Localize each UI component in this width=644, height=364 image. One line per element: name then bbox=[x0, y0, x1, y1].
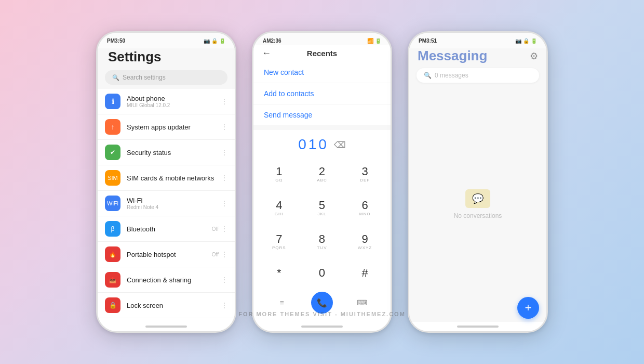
wifi-label: Wi-Fi bbox=[127, 197, 214, 204]
settings-gear-icon[interactable]: ⚙ bbox=[530, 50, 538, 62]
bluetooth-menu: ⋮ bbox=[221, 225, 227, 233]
connection-label: Connection & sharing bbox=[127, 276, 214, 284]
hotspot-status: Off bbox=[212, 252, 219, 257]
settings-search-placeholder: Search settings bbox=[123, 74, 166, 81]
messaging-title: Messaging bbox=[418, 48, 487, 64]
dialer-display: 010 ⌫ bbox=[253, 130, 391, 157]
connection-icon: 📤 bbox=[105, 272, 120, 288]
wifi-sub: Redmi Note 4 bbox=[127, 204, 214, 210]
hotspot-label: Portable hotspot bbox=[127, 251, 206, 258]
settings-home-indicator bbox=[98, 322, 235, 331]
search-icon: 🔍 bbox=[112, 74, 119, 81]
key-hash[interactable]: # bbox=[343, 259, 386, 288]
recent-item-add-contacts[interactable]: Add to contacts bbox=[253, 83, 391, 105]
security-label: Security status bbox=[127, 149, 214, 157]
settings-list: ℹ About phone MIUI Global 12.0.2 ⋮ ↑ Sys… bbox=[98, 89, 235, 322]
bluetooth-label: Bluetooth bbox=[127, 225, 206, 233]
dialer-status-bar: AM2:36 📶 🔋 bbox=[253, 33, 391, 45]
settings-status-icons: 📷 🔒 🔋 bbox=[204, 38, 225, 44]
back-button[interactable]: ← bbox=[262, 48, 271, 59]
key-4[interactable]: 4GHI bbox=[258, 191, 301, 225]
backspace-button[interactable]: ⌫ bbox=[334, 140, 346, 150]
connection-menu: ⋮ bbox=[221, 276, 227, 284]
keypad-button[interactable]: ⌨ bbox=[351, 292, 373, 314]
key-0[interactable]: 0 bbox=[301, 259, 344, 288]
recent-item-send-message[interactable]: Send message bbox=[253, 105, 391, 126]
dialer-content: ← Recents New contact Add to contacts Se… bbox=[253, 45, 391, 322]
dialer-header: ← Recents bbox=[253, 45, 391, 62]
recent-item-new-contact[interactable]: New contact bbox=[253, 62, 391, 83]
settings-time: PM3:50 bbox=[107, 38, 125, 44]
settings-item-system-apps[interactable]: ↑ System apps updater ⋮ bbox=[98, 114, 235, 140]
about-phone-icon: ℹ bbox=[105, 94, 120, 109]
recents-list: New contact Add to contacts Send message bbox=[253, 62, 391, 126]
key-5[interactable]: 5JKL bbox=[301, 191, 344, 225]
key-8[interactable]: 8TUV bbox=[301, 225, 344, 259]
messaging-home-bar bbox=[457, 326, 499, 328]
bluetooth-icon: β bbox=[105, 221, 120, 237]
dialer-time: AM2:36 bbox=[263, 38, 281, 44]
settings-item-display[interactable]: ☀ Display ⋮ bbox=[98, 318, 235, 322]
settings-title: Settings bbox=[98, 45, 235, 68]
settings-phone: PM3:50 📷 🔒 🔋 Settings 🔍 Search settings … bbox=[96, 31, 236, 333]
system-apps-label: System apps updater bbox=[127, 123, 214, 131]
keypad: 1GΩ 2ABC 3DEF 4GHI 5JKL 6MNO 7PQRS 8TUV … bbox=[253, 157, 391, 288]
messaging-empty-icon: 💬 bbox=[465, 189, 490, 208]
messaging-search-placeholder: 0 messages bbox=[435, 72, 468, 79]
dialer-phone: AM2:36 📶 🔋 ← Recents New contact Add to … bbox=[252, 31, 392, 333]
dialer-status-icons: 📶 🔋 bbox=[367, 38, 381, 44]
wifi-menu: ⋮ bbox=[221, 199, 227, 207]
security-icon: ✔ bbox=[105, 145, 120, 160]
messaging-empty-text: No conversations bbox=[454, 212, 502, 219]
settings-item-sim[interactable]: SIM SIM cards & mobile networks ⋮ bbox=[98, 165, 235, 191]
key-7[interactable]: 7PQRS bbox=[258, 225, 301, 259]
key-2[interactable]: 2ABC bbox=[301, 157, 344, 191]
menu-button[interactable]: ≡ bbox=[271, 292, 293, 314]
dialer-number: 010 bbox=[298, 136, 329, 153]
hotspot-menu: ⋮ bbox=[221, 250, 227, 258]
dialer-actions: ≡ 📞 ⌨ bbox=[253, 288, 391, 322]
messaging-search-icon: 🔍 bbox=[424, 72, 432, 79]
messaging-content: Messaging ⚙ 🔍 0 messages 💬 No conversati… bbox=[409, 45, 546, 322]
settings-item-security[interactable]: ✔ Security status ⋮ bbox=[98, 140, 235, 165]
settings-item-connection-sharing[interactable]: 📤 Connection & sharing ⋮ bbox=[98, 267, 235, 293]
key-1[interactable]: 1GΩ bbox=[258, 157, 301, 191]
bluetooth-status: Off bbox=[212, 226, 219, 232]
call-button[interactable]: 📞 bbox=[311, 292, 333, 314]
settings-item-bluetooth[interactable]: β Bluetooth Off ⋮ bbox=[98, 216, 235, 242]
messaging-header: Messaging ⚙ bbox=[409, 45, 546, 66]
lock-label: Lock screen bbox=[127, 302, 214, 309]
settings-item-about-phone[interactable]: ℹ About phone MIUI Global 12.0.2 ⋮ bbox=[98, 89, 235, 114]
sim-icon: SIM bbox=[105, 170, 120, 186]
about-phone-right: ⋮ bbox=[221, 97, 227, 106]
messaging-status-bar: PM3:51 📷 🔒 🔋 bbox=[409, 33, 546, 45]
key-star[interactable]: * bbox=[258, 259, 301, 288]
settings-item-wifi[interactable]: WiFi Wi-Fi Redmi Note 4 ⋮ bbox=[98, 191, 235, 216]
settings-item-lock-screen[interactable]: 🔒 Lock screen ⋮ bbox=[98, 293, 235, 318]
home-bar bbox=[145, 326, 187, 328]
dialer-title: Recents bbox=[307, 49, 337, 58]
messaging-time: PM3:51 bbox=[419, 38, 437, 44]
system-apps-icon: ↑ bbox=[105, 119, 120, 135]
lock-menu: ⋮ bbox=[221, 301, 227, 309]
system-apps-menu: ⋮ bbox=[221, 123, 227, 131]
wifi-icon: WiFi bbox=[105, 196, 120, 211]
dialer-home-bar bbox=[301, 326, 343, 328]
sim-label: SIM cards & mobile networks bbox=[127, 174, 214, 182]
hotspot-icon: 🔥 bbox=[105, 246, 120, 262]
security-menu: ⋮ bbox=[221, 148, 227, 157]
new-message-fab[interactable]: + bbox=[517, 297, 539, 319]
messaging-phone: PM3:51 📷 🔒 🔋 Messaging ⚙ 🔍 0 messages 💬 … bbox=[408, 31, 548, 333]
dialer-pad-area: 010 ⌫ 1GΩ 2ABC 3DEF 4GHI 5JKL 6MNO 7PQRS… bbox=[253, 130, 391, 322]
key-9[interactable]: 9WXYZ bbox=[343, 225, 386, 259]
settings-item-hotspot[interactable]: 🔥 Portable hotspot Off ⋮ bbox=[98, 242, 235, 267]
messaging-home-indicator bbox=[409, 322, 546, 331]
messaging-status-icons: 📷 🔒 🔋 bbox=[515, 38, 537, 44]
settings-search-bar[interactable]: 🔍 Search settings bbox=[105, 70, 227, 85]
about-phone-sub: MIUI Global 12.0.2 bbox=[127, 102, 214, 108]
key-6[interactable]: 6MNO bbox=[343, 191, 386, 225]
sim-menu: ⋮ bbox=[221, 174, 227, 182]
messaging-search-bar[interactable]: 🔍 0 messages bbox=[417, 68, 539, 83]
key-3[interactable]: 3DEF bbox=[343, 157, 386, 191]
dialer-home-indicator bbox=[253, 322, 391, 331]
